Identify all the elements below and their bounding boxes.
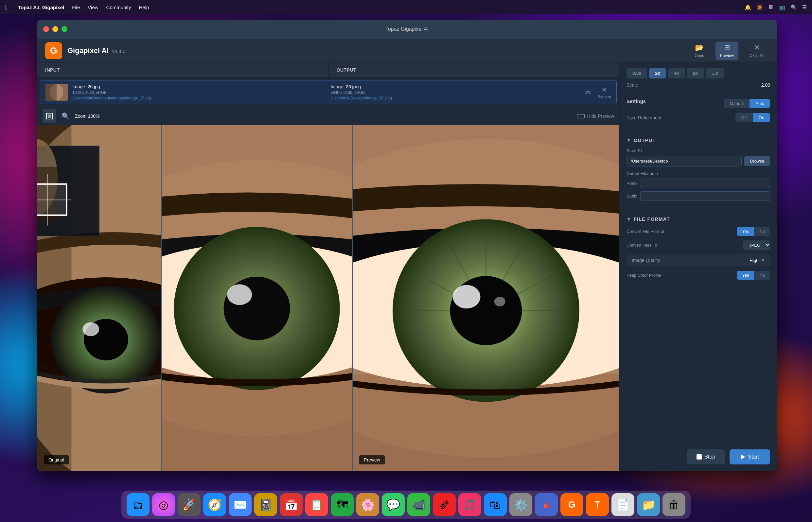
convert-label: Convert File Format (627, 229, 664, 234)
dock-notes[interactable]: 📓 (254, 493, 277, 516)
dock-news[interactable]: 🗞 (433, 493, 456, 516)
suffix-input[interactable] (640, 191, 770, 201)
dock-finder[interactable]: 🗂 (126, 493, 150, 516)
file-format-title: FILE FORMAT (634, 216, 670, 222)
scale-custom-button[interactable]: ...x (706, 68, 724, 79)
output-section-header[interactable]: ▼ OUTPUT (627, 137, 770, 143)
file-divider (325, 84, 325, 101)
notification-off-icon[interactable]: 🔕 (756, 4, 763, 11)
settings-section: Settings Manual Auto Face Refinement Off… (620, 93, 777, 132)
fit-button[interactable] (42, 109, 56, 123)
navigator-image (37, 125, 161, 471)
hide-preview-button[interactable]: Hide Preview (577, 114, 614, 119)
dock-messages[interactable]: 💬 (382, 493, 405, 516)
app-version: v4.4.0 (112, 48, 126, 54)
keep-color-row: Keep Color Profile Yes No (627, 271, 770, 280)
scale-6x-button[interactable]: 6x (687, 68, 704, 79)
dock-calendar[interactable]: 📅 (280, 493, 303, 516)
format-select[interactable]: JPEG PNG TIFF (743, 240, 770, 250)
scale-buttons: 0.5x 2x 4x 6x ...x (627, 68, 770, 79)
maximize-button[interactable] (61, 26, 67, 32)
file-format-header[interactable]: ▼ FILE FORMAT (627, 216, 770, 222)
open-button[interactable]: 📂 Open (690, 42, 709, 60)
dock-facetime[interactable]: 📹 (407, 493, 430, 516)
dock-music[interactable]: 🎵 (458, 493, 481, 516)
search-icon[interactable]: 🔍 (790, 4, 797, 11)
convert-no-button[interactable]: No (754, 227, 770, 236)
save-to-label: Save To (627, 148, 770, 153)
dock-reminders[interactable]: 📋 (305, 493, 328, 516)
window-controls (43, 26, 67, 32)
output-path-row: Browse (627, 156, 770, 166)
quality-dropdown-arrow[interactable]: ▼ (761, 258, 765, 263)
dock-photos[interactable]: 🌸 (356, 493, 379, 516)
scale-value: 2.00 (761, 82, 770, 88)
menubar-app-name[interactable]: Topaz A.I. Gigapixel (18, 5, 64, 10)
dock-maps[interactable]: 🗺 (331, 493, 354, 516)
preview-label: Preview (359, 455, 385, 464)
remove-file-button[interactable]: ✕ Remove (598, 86, 611, 98)
screen-share-icon[interactable]: 🖥 (768, 4, 773, 10)
prefix-input[interactable] (640, 179, 770, 188)
file-item: Image_26.jpg 1920 x 1080, sRGB /Users/te… (40, 80, 617, 104)
auto-button[interactable]: Auto (750, 99, 770, 108)
dock-launchpad[interactable]: 🚀 (178, 493, 201, 516)
menubar-view[interactable]: View (88, 5, 98, 10)
dock-altimeter[interactable]: 🔺 (535, 493, 558, 516)
zoom-icon[interactable]: 🔍 (61, 112, 70, 120)
scale-05x-button[interactable]: 0.5x (627, 68, 647, 79)
apple-menu[interactable]:  (5, 4, 7, 11)
stop-button[interactable]: Stop (687, 449, 725, 464)
start-label: Start (748, 454, 759, 460)
quality-value: High (750, 258, 758, 263)
clear-icon: ✕ (754, 43, 760, 52)
header-actions: 📂 Open ⊞ Preview ✕ Clear All (690, 42, 769, 60)
open-icon: 📂 (695, 43, 704, 52)
dock-mail[interactable]: ✉️ (229, 493, 252, 516)
original-label: Original (44, 455, 69, 464)
menubar-file[interactable]: File (72, 5, 80, 10)
dock-siri[interactable]: ◎ (152, 493, 175, 516)
dock-system-prefs[interactable]: ⚙️ (509, 493, 532, 516)
enhanced-view: Preview (353, 125, 619, 471)
svg-point-36 (494, 297, 506, 306)
enhanced-eye-image (353, 125, 619, 471)
dock-topaz-topaz[interactable]: T (586, 493, 609, 516)
browse-button[interactable]: Browse (744, 156, 770, 166)
face-on-button[interactable]: On (753, 113, 770, 122)
settings-toggle: Manual Auto (724, 99, 770, 108)
original-eye-image (162, 125, 352, 471)
dock-docs[interactable]: 📄 (611, 493, 634, 516)
keep-color-no[interactable]: No (754, 271, 770, 280)
dock-trash[interactable]: 🗑 (662, 493, 686, 516)
zoom-label: Zoom 100% (75, 114, 99, 119)
convert-yes-button[interactable]: Yes (737, 227, 754, 236)
content-area: INPUT OUTPUT Image_26.jpg 1920 (37, 63, 777, 471)
scale-4x-button[interactable]: 4x (668, 68, 685, 79)
notification-icon[interactable]: 🔔 (745, 4, 751, 11)
dock-appstore[interactable]: 🛍 (484, 493, 507, 516)
keep-color-toggle: Yes No (737, 271, 770, 280)
preview-button[interactable]: ⊞ Preview (715, 42, 739, 60)
keep-color-yes[interactable]: Yes (737, 271, 754, 280)
menubar-help[interactable]: Help (139, 5, 149, 10)
minimize-button[interactable] (52, 26, 58, 32)
scale-2x-button[interactable]: 2x (649, 68, 666, 79)
dock-safari[interactable]: 🧭 (203, 493, 226, 516)
close-button[interactable] (43, 26, 49, 32)
input-filename: Image_26.jpg (72, 84, 320, 89)
face-off-button[interactable]: Off (735, 113, 753, 122)
clear-all-button[interactable]: ✕ Clear All (745, 42, 769, 60)
display-icon[interactable]: 📺 (779, 4, 785, 11)
file-list-header: INPUT OUTPUT (37, 63, 619, 78)
prefix-label: Prefix (627, 181, 637, 186)
dock-finder-2[interactable]: 📁 (637, 493, 660, 516)
start-button[interactable]: Start (730, 449, 770, 464)
menubar-community[interactable]: Community (106, 5, 131, 10)
control-icon[interactable]: ☰ (802, 4, 807, 11)
output-path-input[interactable] (627, 156, 742, 166)
dock-topaz-gigapixel[interactable]: G (560, 493, 583, 516)
manual-button[interactable]: Manual (724, 99, 750, 108)
start-icon (741, 454, 745, 460)
title-bar: Topaz Gigapixel AI (37, 20, 777, 39)
